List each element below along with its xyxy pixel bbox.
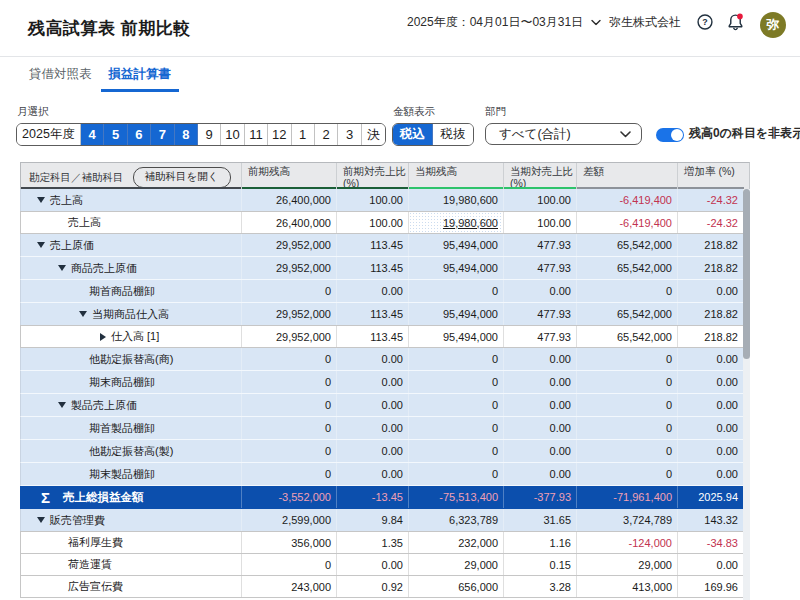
account-name: 期末商品棚卸: [89, 375, 155, 390]
value-cell: 95,494,000: [409, 303, 504, 325]
tax-option-税込[interactable]: 税込: [393, 124, 433, 145]
month-segment-8[interactable]: 8: [175, 124, 198, 145]
table-row[interactable]: 広告宣伝費243,0000.92656,0003.28413,000169.96: [20, 575, 743, 598]
value-cell: 0.00: [678, 280, 744, 302]
fiscal-period-label: 2025年度：04月01日〜03月31日: [407, 14, 583, 31]
value-cell: 0.00: [678, 440, 744, 462]
value-cell: 95,494,000: [409, 234, 504, 256]
table-row[interactable]: 売上高26,400,000100.0019,980,600100.00-6,41…: [20, 211, 743, 234]
month-segment-12[interactable]: 12: [268, 124, 291, 145]
month-segment-2[interactable]: 2: [315, 124, 338, 145]
table-row[interactable]: Σ売上総損益金額-3,552,000-13.45-75,513,400-377.…: [20, 486, 743, 509]
account-name: 期首製品棚卸: [89, 421, 155, 436]
value-cell: 218.82: [678, 326, 744, 347]
vertical-scrollbar[interactable]: [743, 189, 750, 600]
table-row[interactable]: 当期商品仕入高29,952,000113.4595,494,000477.936…: [20, 303, 743, 326]
value-cell: 29,952,000: [242, 303, 337, 325]
table-row[interactable]: 他勘定振替高(製)00.0000.0000.00: [20, 440, 743, 463]
value-cell: 100.00: [337, 212, 409, 233]
collapse-icon[interactable]: [37, 242, 45, 248]
value-cell: 26,400,000: [242, 189, 337, 211]
column-header-label: 勘定科目／補助科目: [29, 172, 124, 184]
table-row[interactable]: 荷造運賃00.0029,0000.1529,0000.00: [20, 553, 743, 576]
account-cell: 販売管理費: [21, 509, 242, 531]
month-segment-7[interactable]: 7: [151, 124, 174, 145]
column-header: 勘定科目／補助科目補助科目を開く: [21, 163, 242, 189]
value-cell: 3.28: [504, 576, 577, 597]
value-cell: -13.45: [337, 486, 409, 508]
table-row[interactable]: 商品売上原価29,952,000113.4595,494,000477.9365…: [20, 257, 743, 280]
table-row[interactable]: 売上高26,400,000100.0019,980,600100.00-6,41…: [20, 189, 743, 212]
month-segment-決[interactable]: 決: [362, 124, 385, 145]
value-cell: 65,542,000: [577, 326, 678, 347]
year-segment[interactable]: 2025年度: [17, 124, 81, 145]
value-cell: 2,599,000: [242, 509, 337, 531]
user-avatar[interactable]: 弥: [760, 12, 786, 38]
month-segment-5[interactable]: 5: [104, 124, 127, 145]
tab-損益計算書[interactable]: 損益計算書: [101, 66, 180, 92]
month-segment-9[interactable]: 9: [198, 124, 221, 145]
column-header: 前期対売上比(%): [337, 163, 409, 189]
table-row[interactable]: 期末製品棚卸00.0000.0000.00: [20, 463, 743, 486]
month-segment-1[interactable]: 1: [292, 124, 315, 145]
account-cell: 期末商品棚卸: [21, 371, 242, 393]
value-cell: 0: [577, 280, 678, 302]
month-segment-10[interactable]: 10: [221, 124, 244, 145]
value-cell: 0: [577, 440, 678, 462]
value-cell: 113.45: [337, 234, 409, 256]
value-cell: 113.45: [337, 326, 409, 347]
value-cell: 0: [409, 463, 504, 485]
open-sub-accounts-button[interactable]: 補助科目を開く: [133, 167, 231, 188]
table-row[interactable]: 期末商品棚卸00.0000.0000.00: [20, 371, 743, 394]
value-cell: 0: [577, 371, 678, 393]
tax-option-税抜[interactable]: 税抜: [433, 124, 473, 145]
collapse-icon[interactable]: [58, 265, 66, 271]
value-cell: 0.00: [504, 371, 577, 393]
column-header-label: 当期残高: [415, 166, 501, 178]
table-row[interactable]: 販売管理費2,599,0009.846,323,78931.653,724,78…: [20, 509, 743, 532]
value-cell: 29,000: [577, 554, 678, 575]
value-cell: 95,494,000: [409, 257, 504, 279]
column-header-label: 前期対売上比(%): [343, 166, 406, 189]
collapse-icon[interactable]: [58, 402, 66, 408]
value-cell: -75,513,400: [409, 486, 504, 508]
table-row[interactable]: 仕入高 [1]29,952,000113.4595,494,000477.936…: [20, 325, 743, 348]
table-row[interactable]: 製品売上原価00.0000.0000.00: [20, 394, 743, 417]
value-cell: -377.93: [504, 486, 577, 508]
drilldown-link[interactable]: 19,980,600: [443, 217, 498, 229]
value-cell: 0.00: [337, 348, 409, 370]
month-segment-4[interactable]: 4: [81, 124, 104, 145]
scrollbar-thumb[interactable]: [743, 189, 750, 359]
expand-icon[interactable]: [100, 333, 106, 341]
tab-貸借対照表[interactable]: 貸借対照表: [21, 66, 100, 92]
value-cell: 29,000: [409, 554, 504, 575]
value-cell: 356,000: [242, 532, 337, 553]
collapse-icon[interactable]: [37, 197, 45, 203]
value-cell: -24.32: [678, 189, 744, 211]
value-cell: 0: [409, 440, 504, 462]
month-segment-3[interactable]: 3: [338, 124, 361, 145]
value-cell: 232,000: [409, 532, 504, 553]
collapse-icon[interactable]: [79, 311, 87, 317]
account-name: 売上原価: [50, 238, 94, 253]
tab-bar: 貸借対照表損益計算書: [0, 58, 800, 92]
value-cell: 1.16: [504, 532, 577, 553]
hide-zero-toggle[interactable]: [656, 128, 684, 142]
month-segment-11[interactable]: 11: [245, 124, 268, 145]
collapse-icon[interactable]: [37, 517, 45, 523]
value-cell: 113.45: [337, 257, 409, 279]
table-row[interactable]: 他勘定振替高(商)00.0000.0000.00: [20, 348, 743, 371]
value-cell: 0: [242, 348, 337, 370]
department-label: 部門: [485, 105, 506, 119]
notification-bell-icon[interactable]: [727, 13, 744, 31]
column-header-label: 前期残高: [248, 166, 334, 178]
month-segment-6[interactable]: 6: [128, 124, 151, 145]
value-cell: 0.00: [504, 394, 577, 416]
table-row[interactable]: 福利厚生費356,0001.35232,0001.16-124,000-34.8…: [20, 531, 743, 554]
table-row[interactable]: 売上原価29,952,000113.4595,494,000477.9365,5…: [20, 234, 743, 257]
table-row[interactable]: 期首製品棚卸00.0000.0000.00: [20, 417, 743, 440]
department-select[interactable]: すべて(合計): [485, 123, 642, 145]
help-icon[interactable]: ?: [697, 14, 713, 30]
fiscal-period-selector[interactable]: 2025年度：04月01日〜03月31日: [407, 14, 601, 31]
table-row[interactable]: 期首商品棚卸00.0000.0000.00: [20, 280, 743, 303]
